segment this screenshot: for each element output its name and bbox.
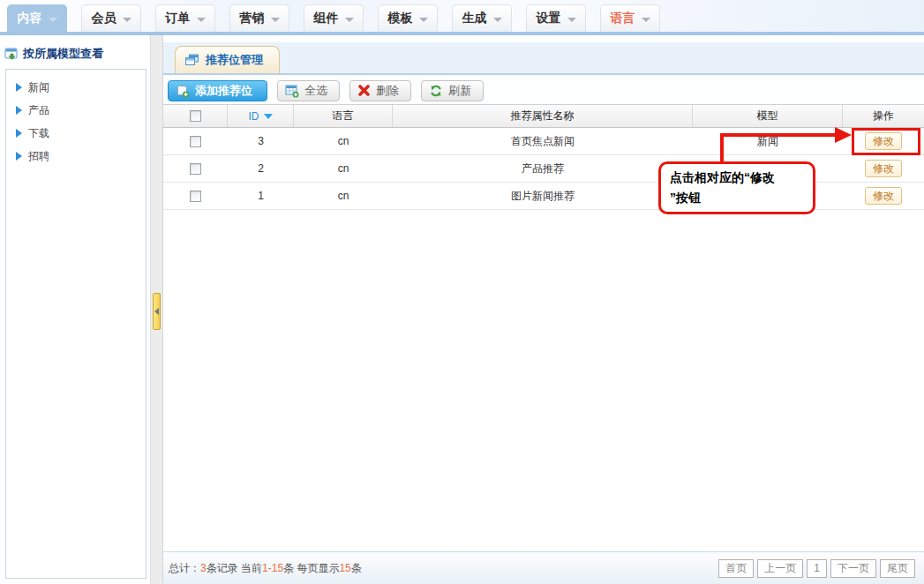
tab-recommend-manage[interactable]: 推荐位管理 bbox=[175, 46, 280, 73]
sidebar-model-list: 新闻 产品 下载 招聘 bbox=[5, 69, 146, 579]
annotation-text-line2: ”按钮 bbox=[670, 188, 804, 208]
header-id-sortable[interactable]: ID bbox=[228, 105, 294, 127]
annotation-arrowhead bbox=[835, 127, 852, 143]
right-triangle-icon bbox=[16, 129, 22, 138]
nav-tab-templates[interactable]: 模板 bbox=[378, 4, 438, 32]
nav-tab-members[interactable]: 会员 bbox=[81, 4, 141, 32]
delete-label: 删除 bbox=[376, 83, 399, 99]
pagination-first-button[interactable]: 首页 bbox=[718, 559, 754, 578]
nav-tab-orders[interactable]: 订单 bbox=[155, 4, 215, 32]
sidebar-item-label: 新闻 bbox=[28, 80, 49, 95]
cell-id: 1 bbox=[228, 183, 294, 209]
nav-tab-language[interactable]: 语言 bbox=[600, 4, 660, 32]
sidebar-title-text: 按所属模型查看 bbox=[23, 46, 103, 62]
row-checkbox[interactable] bbox=[190, 163, 201, 175]
sidebar-item-products[interactable]: 产品 bbox=[6, 99, 146, 122]
row-checkbox-cell bbox=[163, 155, 228, 182]
nav-tab-label: 生成 bbox=[462, 11, 487, 26]
nav-tab-label: 会员 bbox=[92, 11, 116, 26]
status-summary: 总计：3条记录 当前1-15条 每页显示15条 bbox=[169, 561, 362, 576]
row-checkbox[interactable] bbox=[190, 136, 201, 147]
nav-tab-components[interactable]: 组件 bbox=[304, 4, 364, 32]
sidebar-item-news[interactable]: 新闻 bbox=[6, 76, 146, 99]
toolbar: 添加推荐位 全选 删除 刷新 bbox=[163, 77, 924, 104]
chevron-down-icon bbox=[419, 18, 428, 22]
nav-tab-marketing[interactable]: 营销 bbox=[229, 4, 289, 32]
nav-tab-label: 模板 bbox=[388, 11, 413, 26]
collapse-left-icon bbox=[154, 308, 159, 315]
red-x-icon bbox=[357, 84, 371, 97]
windows-stack-icon bbox=[184, 54, 199, 67]
sidebar-item-jobs[interactable]: 招聘 bbox=[6, 145, 146, 168]
chevron-down-icon bbox=[345, 18, 354, 22]
sidebar-item-label: 招聘 bbox=[28, 149, 49, 164]
nav-tab-label: 订单 bbox=[166, 11, 191, 26]
delete-button[interactable]: 删除 bbox=[349, 80, 411, 101]
refresh-label: 刷新 bbox=[448, 83, 471, 99]
modify-button[interactable]: 修改 bbox=[865, 187, 902, 205]
table-header-row: ID 语言 推荐属性名称 模型 操作 bbox=[163, 104, 924, 128]
main-panel: 推荐位管理 添加推荐位 全选 删除 bbox=[163, 35, 924, 584]
nav-tab-generate[interactable]: 生成 bbox=[452, 4, 512, 32]
status-seg3: 条 每页显示 bbox=[283, 562, 339, 574]
cell-lang: cn bbox=[294, 183, 393, 209]
header-model: 模型 bbox=[693, 105, 843, 127]
nav-tab-settings[interactable]: 设置 bbox=[526, 4, 586, 32]
table-row: 3 cn 首页焦点新闻 新闻 修改 bbox=[163, 128, 924, 155]
row-checkbox[interactable] bbox=[190, 191, 201, 202]
cell-lang: cn bbox=[294, 155, 393, 182]
pagination-last-button[interactable]: 尾页 bbox=[880, 559, 915, 578]
grid-plus-icon bbox=[285, 84, 299, 98]
sidebar-splitter[interactable] bbox=[150, 35, 163, 584]
row-checkbox-cell bbox=[163, 128, 228, 154]
cell-lang: cn bbox=[294, 128, 393, 154]
modify-button[interactable]: 修改 bbox=[865, 160, 902, 177]
status-per-page: 15 bbox=[339, 562, 350, 574]
nav-tab-content[interactable]: 内容 bbox=[7, 4, 67, 32]
nav-tab-label: 设置 bbox=[537, 11, 561, 26]
window-download-icon bbox=[4, 47, 19, 61]
sidebar-item-label: 下载 bbox=[28, 126, 49, 141]
status-seg1: 总计： bbox=[169, 562, 200, 574]
sidebar-item-label: 产品 bbox=[28, 103, 49, 118]
chevron-down-icon bbox=[49, 18, 57, 22]
annotation-arrow-vertical-line bbox=[720, 133, 724, 163]
pagination-prev-button[interactable]: 上一页 bbox=[757, 559, 803, 578]
status-seg2: 条记录 当前 bbox=[207, 562, 262, 574]
sidebar-title: 按所属模型查看 bbox=[4, 46, 103, 62]
refresh-icon bbox=[429, 84, 443, 98]
refresh-button[interactable]: 刷新 bbox=[421, 80, 484, 101]
add-recommend-button[interactable]: 添加推荐位 bbox=[168, 80, 267, 101]
chevron-down-icon bbox=[271, 18, 280, 22]
status-total: 3 bbox=[200, 562, 207, 574]
sort-desc-icon bbox=[264, 114, 273, 119]
status-seg4: 条 bbox=[351, 562, 362, 574]
header-id-label: ID bbox=[249, 110, 259, 123]
pagination-page-1[interactable]: 1 bbox=[807, 559, 827, 578]
chevron-down-icon bbox=[642, 18, 650, 22]
nav-tab-label: 组件 bbox=[314, 11, 339, 26]
chevron-down-icon bbox=[123, 18, 131, 22]
nav-tab-label: 内容 bbox=[18, 11, 42, 26]
cell-action: 修改 bbox=[843, 155, 924, 182]
panel-tab-label: 推荐位管理 bbox=[206, 52, 263, 68]
right-triangle-icon bbox=[16, 106, 22, 115]
select-all-button[interactable]: 全选 bbox=[277, 80, 340, 101]
sidebar-collapse-handle[interactable] bbox=[153, 293, 161, 330]
cell-name: 产品推荐 bbox=[393, 155, 693, 182]
cell-name: 图片新闻推荐 bbox=[393, 183, 693, 209]
select-all-checkbox[interactable] bbox=[190, 110, 201, 122]
annotation-text-line1: 点击相对应的“修改 bbox=[670, 168, 804, 188]
pagination-next-button[interactable]: 下一页 bbox=[830, 559, 876, 578]
cell-id: 2 bbox=[228, 155, 294, 182]
sidebar: 按所属模型查看 新闻 产品 下载 招聘 bbox=[0, 35, 150, 584]
header-name: 推荐属性名称 bbox=[393, 105, 693, 127]
chevron-down-icon bbox=[197, 18, 206, 22]
sidebar-item-downloads[interactable]: 下载 bbox=[6, 122, 146, 145]
annotation-arrow-horizontal-line bbox=[720, 133, 837, 137]
chevron-down-icon bbox=[567, 18, 576, 22]
nav-tab-label: 营销 bbox=[240, 11, 265, 26]
status-range: 1-15 bbox=[262, 562, 283, 574]
status-bar: 总计：3条记录 当前1-15条 每页显示15条 首页 上一页 1 下一页 尾页 bbox=[163, 551, 924, 584]
annotation-callout: 点击相对应的“修改 ”按钮 bbox=[658, 161, 815, 214]
